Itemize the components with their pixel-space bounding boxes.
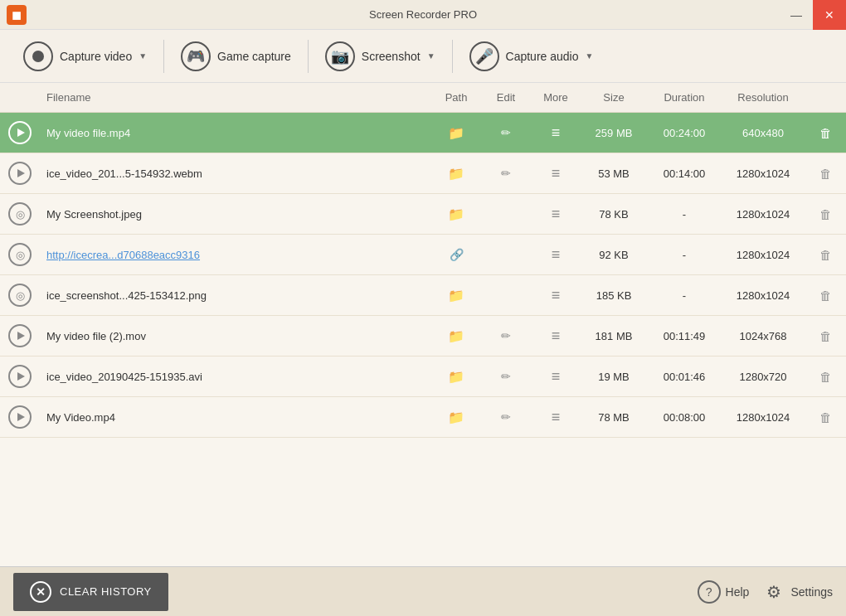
- more-icon[interactable]: ≡: [544, 162, 567, 185]
- folder-icon[interactable]: 📁: [445, 202, 468, 226]
- row-duration: 00:01:46: [647, 357, 722, 397]
- screenshot-icon[interactable]: ◎: [8, 202, 32, 226]
- row-edit-button[interactable]: [481, 275, 531, 316]
- delete-icon[interactable]: 🗑: [814, 405, 837, 429]
- col-resolution: Resolution: [722, 83, 805, 113]
- more-icon[interactable]: ≡: [544, 243, 567, 266]
- capture-audio-label: Capture audio: [506, 50, 579, 63]
- row-path-button[interactable]: 📁: [431, 194, 481, 235]
- row-path-button[interactable]: 📁: [431, 357, 481, 397]
- row-more-button[interactable]: ≡: [531, 397, 581, 438]
- row-delete-button[interactable]: 🗑: [805, 397, 846, 438]
- row-more-button[interactable]: ≡: [531, 153, 581, 194]
- row-duration: -: [647, 275, 722, 316]
- table-row[interactable]: ice_video_20190425-151935.avi📁✏≡19 MB00:…: [0, 357, 846, 397]
- edit-icon[interactable]: ✏: [494, 121, 518, 144]
- delete-icon[interactable]: 🗑: [814, 365, 837, 388]
- row-filename[interactable]: http://icecrea...d70688eacc9316: [40, 235, 431, 275]
- more-icon[interactable]: ≡: [544, 202, 567, 226]
- row-delete-button[interactable]: 🗑: [805, 357, 846, 397]
- table-row[interactable]: My video file.mp4📁✏≡259 MB00:24:00640x48…: [0, 113, 846, 153]
- play-button[interactable]: [8, 162, 32, 185]
- row-resolution: 1280x1024: [722, 153, 805, 194]
- screenshot-label: Screenshot: [362, 50, 421, 63]
- row-path-button[interactable]: 📁: [431, 316, 481, 357]
- delete-icon[interactable]: 🗑: [814, 121, 837, 144]
- row-more-button[interactable]: ≡: [531, 235, 581, 275]
- delete-icon[interactable]: 🗑: [814, 243, 837, 266]
- screenshot-button[interactable]: 📷 Screenshot ▼: [315, 36, 445, 76]
- link-icon[interactable]: 🔗: [445, 243, 468, 266]
- edit-icon[interactable]: ✏: [494, 365, 518, 388]
- edit-icon[interactable]: ✏: [494, 405, 518, 429]
- delete-icon[interactable]: 🗑: [814, 162, 837, 185]
- play-button[interactable]: [8, 121, 32, 144]
- row-path-button[interactable]: 📁: [431, 275, 481, 316]
- row-more-button[interactable]: ≡: [531, 194, 581, 235]
- help-label: Help: [726, 585, 750, 599]
- folder-icon[interactable]: 📁: [445, 365, 468, 388]
- row-edit-button[interactable]: ✏: [481, 113, 531, 153]
- delete-icon[interactable]: 🗑: [814, 202, 837, 226]
- row-path-button[interactable]: 📁: [431, 113, 481, 153]
- col-edit: Edit: [481, 83, 531, 113]
- row-delete-button[interactable]: 🗑: [805, 316, 846, 357]
- more-icon[interactable]: ≡: [544, 324, 567, 347]
- game-icon: 🎮: [181, 41, 211, 71]
- more-icon[interactable]: ≡: [544, 405, 567, 429]
- folder-icon[interactable]: 📁: [445, 162, 468, 185]
- edit-icon[interactable]: ✏: [494, 162, 518, 185]
- capture-audio-button[interactable]: 🎤 Capture audio ▼: [459, 36, 604, 76]
- edit-icon[interactable]: ✏: [494, 324, 518, 347]
- row-edit-button[interactable]: ✏: [481, 397, 531, 438]
- row-edit-button[interactable]: [481, 194, 531, 235]
- folder-icon[interactable]: 📁: [445, 284, 468, 307]
- row-path-button[interactable]: 📁: [431, 153, 481, 194]
- row-edit-button[interactable]: [481, 235, 531, 275]
- row-delete-button[interactable]: 🗑: [805, 275, 846, 316]
- play-button[interactable]: [8, 324, 32, 347]
- delete-icon[interactable]: 🗑: [814, 284, 837, 307]
- close-button[interactable]: ✕: [813, 0, 846, 30]
- row-delete-button[interactable]: 🗑: [805, 153, 846, 194]
- delete-icon[interactable]: 🗑: [814, 324, 837, 347]
- folder-icon[interactable]: 📁: [445, 324, 468, 347]
- row-delete-button[interactable]: 🗑: [805, 235, 846, 275]
- more-icon[interactable]: ≡: [544, 121, 567, 144]
- play-button[interactable]: [8, 365, 32, 388]
- table-row[interactable]: ◎http://icecrea...d70688eacc9316🔗≡92 KB-…: [0, 235, 846, 275]
- help-button[interactable]: ? Help: [698, 580, 750, 604]
- row-edit-button[interactable]: ✏: [481, 316, 531, 357]
- row-more-button[interactable]: ≡: [531, 113, 581, 153]
- folder-icon[interactable]: 📁: [445, 405, 468, 429]
- row-delete-button[interactable]: 🗑: [805, 194, 846, 235]
- row-delete-button[interactable]: 🗑: [805, 113, 846, 153]
- settings-button[interactable]: ⚙ Settings: [762, 580, 833, 604]
- table-row[interactable]: My Video.mp4📁✏≡78 MB00:08:001280x1024🗑: [0, 397, 846, 438]
- table-row[interactable]: ◎ice_screenshot...425-153412.png📁≡185 KB…: [0, 275, 846, 316]
- table-row[interactable]: ice_video_201...5-154932.webm📁✏≡53 MB00:…: [0, 153, 846, 194]
- capture-video-button[interactable]: Capture video ▼: [13, 36, 157, 76]
- screenshot-icon[interactable]: ◎: [8, 243, 32, 266]
- row-filename: ice_screenshot...425-153412.png: [40, 275, 431, 316]
- play-button[interactable]: [8, 405, 32, 429]
- more-icon[interactable]: ≡: [544, 365, 567, 388]
- minimize-button[interactable]: —: [780, 0, 813, 30]
- row-edit-button[interactable]: ✏: [481, 357, 531, 397]
- clear-icon: ✕: [30, 581, 51, 603]
- table-row[interactable]: My video file (2).mov📁✏≡181 MB00:11:4910…: [0, 316, 846, 357]
- row-edit-button[interactable]: ✏: [481, 153, 531, 194]
- table-row[interactable]: ◎My Screenshot.jpeg📁≡78 KB-1280x1024🗑: [0, 194, 846, 235]
- row-resolution: 1280x1024: [722, 194, 805, 235]
- more-icon[interactable]: ≡: [544, 284, 567, 307]
- row-path-button[interactable]: 🔗: [431, 235, 481, 275]
- clear-history-button[interactable]: ✕ CLEAR HISTORY: [13, 573, 168, 611]
- row-more-button[interactable]: ≡: [531, 357, 581, 397]
- recordings-table: Filename Path Edit More Size Duration Re…: [0, 83, 846, 438]
- folder-icon[interactable]: 📁: [445, 121, 468, 144]
- row-more-button[interactable]: ≡: [531, 316, 581, 357]
- row-more-button[interactable]: ≡: [531, 275, 581, 316]
- game-capture-button[interactable]: 🎮 Game capture: [171, 36, 301, 76]
- row-path-button[interactable]: 📁: [431, 397, 481, 438]
- screenshot-icon[interactable]: ◎: [8, 284, 32, 307]
